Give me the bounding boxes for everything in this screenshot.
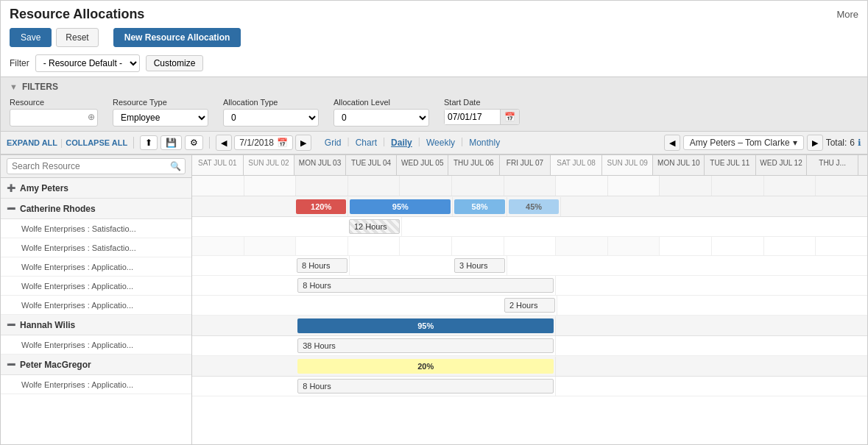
chart-view-btn[interactable]: Chart (351, 136, 381, 149)
cell: 45% (507, 197, 561, 216)
sub-resource-name: Wolfe Enterprises : Satisfactio... (21, 243, 136, 252)
toolbar: Save Reset New Resource Allocation (1, 25, 867, 50)
hours-bar-12-hatched[interactable]: 12 Hours (349, 219, 400, 234)
cell (764, 176, 816, 196)
cell (192, 237, 244, 255)
resource-input[interactable] (10, 109, 98, 127)
expand-icon-amy-peters[interactable]: ➕ (7, 184, 15, 192)
cell (192, 176, 244, 196)
search-input[interactable] (7, 158, 186, 174)
grid-toolbar: EXPAND ALL | COLLAPSE ALL ⬆ 💾 ⚙ ◀ 7/1/20… (1, 132, 867, 154)
data-row-cr-5: 2 Hours (192, 296, 867, 316)
cell (608, 176, 660, 196)
date-col-thu-jul06: THU JUL 06 (448, 155, 500, 175)
resource-navigation: ◀ Amy Peters – Tom Clarke ▾ ▶ Total: 6 ℹ (664, 135, 861, 151)
expand-icon-peter-macgregor[interactable]: ➖ (7, 360, 15, 369)
list-item: Wolfe Enterprises : Applicatio... (1, 257, 191, 277)
resource-lookup-icon[interactable]: ⊕ (88, 112, 95, 122)
sub-resource-name: Wolfe Enterprises : Applicatio... (21, 341, 133, 349)
expand-all-button[interactable]: EXPAND ALL (7, 138, 57, 147)
cell (244, 237, 297, 255)
cell (400, 176, 452, 196)
filter-select[interactable]: - Resource Default - (35, 54, 140, 72)
resource-type-label: Resource Type (113, 98, 208, 107)
save-button[interactable]: Save (10, 28, 52, 47)
chevron-down-icon: ▾ (793, 138, 797, 148)
collapse-all-button[interactable]: COLLAPSE ALL (66, 138, 127, 147)
resource-range-display[interactable]: Amy Peters – Tom Clarke ▾ (683, 135, 804, 150)
date-col-wed-jul12: WED JUL 12 (756, 155, 808, 175)
resource-name-hannah-wilis: Hannah Wilis (20, 320, 75, 330)
next-date-button[interactable]: ▶ (295, 135, 311, 151)
filter-resource-type: Resource Type Employee (113, 98, 208, 127)
cell-span: 38 Hours (296, 336, 556, 355)
allocation-bar-58[interactable]: 58% (454, 199, 504, 214)
date-col-thu-jul-rest: THU J... (807, 155, 858, 175)
current-date-display: 7/1/2018 📅 (234, 135, 293, 150)
hours-bar-8-pm-span[interactable]: 8 Hours (297, 379, 554, 394)
hours-bar-2-fri[interactable]: 2 Hours (504, 298, 555, 313)
resource-name-peter-macgregor: Peter MacGregor (20, 360, 91, 370)
cell: 58% (453, 197, 507, 216)
hours-bar-38-span[interactable]: 38 Hours (297, 338, 554, 353)
monthly-view-btn[interactable]: Monthly (465, 136, 504, 149)
allocation-bar-95[interactable]: 95% (350, 199, 451, 214)
allocation-bar-95-hannah[interactable]: 95% (297, 318, 554, 333)
date-navigation: ◀ 7/1/2018 📅 ▶ (216, 135, 311, 151)
allocation-bar-20-peter[interactable]: 20% (297, 359, 554, 374)
resource-label: Resource (10, 98, 98, 107)
date-col-tue-jul04: TUE JUL 04 (346, 155, 398, 175)
start-date-input[interactable] (445, 110, 500, 124)
hours-bar-8-mon[interactable]: 8 Hours (297, 258, 347, 273)
resource-type-select[interactable]: Employee (113, 109, 208, 127)
weekly-view-btn[interactable]: Weekly (422, 136, 459, 149)
cell (712, 176, 764, 196)
resource-name-amy-peters: Amy Peters (20, 183, 68, 193)
data-row-peter-macgregor: 20% (192, 356, 867, 377)
filters-grid: Resource ⊕ Resource Type Employee Alloca… (10, 98, 858, 127)
allocation-bar-120[interactable]: 120% (296, 199, 346, 214)
filter-label: Filter (10, 58, 29, 68)
resource-input-wrapper: ⊕ (10, 109, 98, 127)
allocation-level-select[interactable]: 0 (334, 109, 429, 127)
filters-header: ▼ FILTERS (10, 82, 858, 92)
daily-view-btn[interactable]: Daily (387, 136, 417, 149)
cell (400, 237, 452, 255)
allocation-bar-45[interactable]: 45% (509, 199, 559, 214)
more-link[interactable]: More (836, 9, 858, 20)
save-icon-btn[interactable]: 💾 (160, 135, 182, 150)
upload-icon-btn[interactable]: ⬆ (140, 135, 158, 150)
date-col-wed-jul05: WED JUL 05 (397, 155, 448, 175)
settings-icon-btn[interactable]: ⚙ (185, 135, 203, 150)
cell (348, 176, 401, 196)
expand-icon-catherine-rhodes[interactable]: ➖ (7, 204, 15, 213)
cell: 3 Hours (453, 256, 507, 275)
list-item: Wolfe Enterprises : Applicatio... (1, 296, 191, 315)
date-col-sun-jul02: SUN JUL 02 (244, 155, 295, 175)
hours-bar-8-span[interactable]: 8 Hours (297, 278, 554, 293)
date-col-fri-jul07: FRI JUL 07 (500, 155, 551, 175)
prev-date-button[interactable]: ◀ (216, 135, 232, 151)
cell (244, 176, 297, 196)
cell: 8 Hours (295, 256, 350, 275)
info-icon[interactable]: ℹ (858, 138, 861, 148)
reset-button[interactable]: Reset (56, 28, 98, 47)
expand-icon-hannah-wilis[interactable]: ➖ (7, 321, 15, 329)
date-calendar-icon[interactable]: 📅 (277, 138, 288, 148)
start-date-calendar-icon[interactable]: 📅 (500, 110, 519, 124)
next-resource-button[interactable]: ▶ (807, 135, 823, 151)
new-allocation-button[interactable]: New Resource Allocation (113, 28, 241, 47)
customize-button[interactable]: Customize (146, 55, 204, 71)
cell (816, 237, 867, 255)
resource-panel: 🔍 ➕ Amy Peters ➖ Catherine Rhodes Wolfe … (1, 155, 192, 444)
prev-resource-button[interactable]: ◀ (664, 135, 680, 151)
separator-2 (209, 137, 210, 149)
data-rows: 120% 95% 58% 45% (192, 176, 867, 444)
allocation-type-select[interactable]: 0 (223, 109, 319, 127)
date-col-sun-jul09: SUN JUL 09 (602, 155, 654, 175)
resource-range-text: Amy Peters – Tom Clarke (690, 138, 790, 148)
sub-resource-name: Wolfe Enterprises : Satisfactio... (21, 224, 136, 233)
allocation-type-label: Allocation Type (223, 98, 319, 107)
grid-view-btn[interactable]: Grid (320, 136, 346, 149)
hours-bar-3-thu[interactable]: 3 Hours (454, 258, 505, 273)
